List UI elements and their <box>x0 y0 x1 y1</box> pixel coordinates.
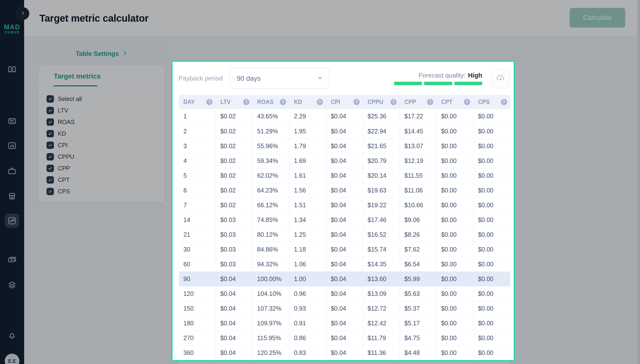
cell: 1.25 <box>290 227 326 242</box>
cell: 104.10% <box>252 286 290 301</box>
cell: $0.00 <box>437 301 474 316</box>
table-row-day-4: 4$0.0259.34%1.69$0.04$20.79$12.19$0.00$0… <box>179 153 510 168</box>
tab-target-metrics[interactable]: Target metrics <box>54 72 101 80</box>
help-icon[interactable]: ? <box>354 99 360 105</box>
cell: $13.09 <box>363 286 400 301</box>
quality-bar <box>394 82 422 85</box>
sidebar-item-portfolio[interactable] <box>5 164 19 178</box>
controls-bar: Payback period 90 days Forecast quality:… <box>172 62 514 95</box>
cell: 1.79 <box>290 138 326 153</box>
cell: 1.18 <box>290 242 326 257</box>
cell: $0.04 <box>326 138 363 153</box>
cell: 94.32% <box>252 257 290 272</box>
table-settings-toggle[interactable]: Table Settings <box>39 44 164 64</box>
download-button[interactable] <box>491 69 510 88</box>
sidebar-collapse-button[interactable] <box>16 7 29 20</box>
calculate-button[interactable]: Calculate <box>570 8 625 28</box>
sidebar-item-payments[interactable] <box>5 252 19 267</box>
cell: $0.04 <box>326 257 363 272</box>
metric-checkbox-ltv[interactable]: LTV <box>46 104 160 116</box>
sidebar-item-metrics[interactable] <box>5 214 19 228</box>
table-row-day-7: 7$0.0266.12%1.51$0.04$19.22$10.66$0.00$0… <box>179 198 510 212</box>
help-icon[interactable]: ? <box>280 99 286 105</box>
cell: 1.06 <box>290 257 326 272</box>
cell: 60 <box>179 257 216 272</box>
table-row-day-270: 270$0.04115.95%0.86$0.04$11.79$4.75$0.00… <box>179 330 510 345</box>
help-icon[interactable]: ? <box>317 99 323 105</box>
sidebar-item-notifications[interactable] <box>5 328 19 342</box>
cell: 30 <box>179 242 216 257</box>
cell: $0.00 <box>473 345 510 360</box>
metric-checkbox-cps[interactable]: CPS <box>46 186 160 197</box>
cell: 2.29 <box>290 109 326 124</box>
layers-icon <box>8 280 16 290</box>
metric-checkbox-cpp[interactable]: CPP <box>46 162 160 174</box>
table-row-day-14: 14$0.0374.85%1.34$0.04$17.46$9.06$0.00$0… <box>179 212 510 227</box>
chevron-down-icon <box>317 75 323 82</box>
metric-checkbox-kd[interactable]: KD <box>46 128 160 139</box>
cell: $0.00 <box>437 198 474 212</box>
cell: $0.00 <box>473 227 510 242</box>
cell: $0.02 <box>216 153 253 168</box>
metric-checkbox-cpt[interactable]: CPT <box>46 174 160 186</box>
column-header-cppu: CPPU? <box>363 95 400 109</box>
table-row-day-120: 120$0.04104.10%0.96$0.04$13.09$5.63$0.00… <box>179 286 510 301</box>
metric-checkbox-cppu[interactable]: CPPU <box>46 151 160 162</box>
cell: 0.91 <box>290 316 326 330</box>
cell: $0.04 <box>326 124 363 138</box>
checkbox-checked-icon <box>46 165 54 172</box>
cell: $0.00 <box>473 124 510 138</box>
sidebar-item-layers[interactable] <box>5 278 19 292</box>
scrollbar[interactable] <box>638 0 640 364</box>
column-header-day: DAY? <box>179 95 216 109</box>
sidebar-item-store[interactable] <box>5 189 19 203</box>
cell: $11.36 <box>363 345 400 360</box>
cell: 74.85% <box>252 212 290 227</box>
sidebar-item-calculator[interactable] <box>5 114 19 128</box>
metric-checkbox-roas[interactable]: ROAS <box>46 116 160 128</box>
payback-period-select[interactable]: 90 days <box>230 68 329 89</box>
cell: 1.56 <box>290 183 326 198</box>
metric-checkbox-list: Select allLTVROASKDCPICPPUCPPCPTCPS <box>46 93 160 197</box>
cell: 2 <box>179 124 216 138</box>
cell: 1.61 <box>290 168 326 183</box>
cell: 66.12% <box>252 198 290 212</box>
avatar[interactable]: E.E <box>5 354 20 364</box>
checkbox-label: CPPU <box>58 153 74 160</box>
cell: $0.00 <box>437 212 474 227</box>
table-header-row: DAY?LTV?ROAS?KD?CPI?CPPU?CPP?CPT?CPS? <box>179 95 510 109</box>
cell: $0.04 <box>326 109 363 124</box>
cell: $0.04 <box>326 286 363 301</box>
cell: $0.00 <box>437 227 474 242</box>
logo-text-curve: CURVE <box>0 30 24 34</box>
cell: 0.83 <box>290 345 326 360</box>
help-icon[interactable]: ? <box>464 99 470 105</box>
cell: 5 <box>179 168 216 183</box>
cell: 109.97% <box>252 316 290 330</box>
help-icon[interactable]: ? <box>427 99 433 105</box>
cell: 55.96% <box>252 138 290 153</box>
help-icon[interactable]: ? <box>501 99 507 105</box>
cell: $0.00 <box>473 198 510 212</box>
cell: $5.17 <box>400 316 437 330</box>
sidebar-item-reports[interactable] <box>5 138 19 153</box>
metric-checkbox-cpi[interactable]: CPI <box>46 139 160 151</box>
quality-bar <box>454 82 482 85</box>
table-row-day-3: 3$0.0255.96%1.79$0.04$21.65$13.07$0.00$0… <box>179 138 510 153</box>
cell: $0.00 <box>437 109 474 124</box>
cell: $20.14 <box>363 168 400 183</box>
bar-chart-icon <box>8 141 16 150</box>
cell: $0.04 <box>326 330 363 345</box>
cell: 180 <box>179 316 216 330</box>
metric-checkbox-select-all[interactable]: Select all <box>46 93 160 104</box>
cell: 0.86 <box>290 330 326 345</box>
sidebar-item-library[interactable] <box>5 62 19 77</box>
help-icon[interactable]: ? <box>206 99 212 105</box>
cell: 59.34% <box>252 153 290 168</box>
help-icon[interactable]: ? <box>390 99 396 105</box>
checkbox-checked-icon <box>46 176 54 184</box>
column-header-ltv: LTV? <box>216 95 253 109</box>
banknote-icon <box>8 255 16 264</box>
help-icon[interactable]: ? <box>243 99 249 105</box>
cell: 1.00 <box>290 272 326 286</box>
